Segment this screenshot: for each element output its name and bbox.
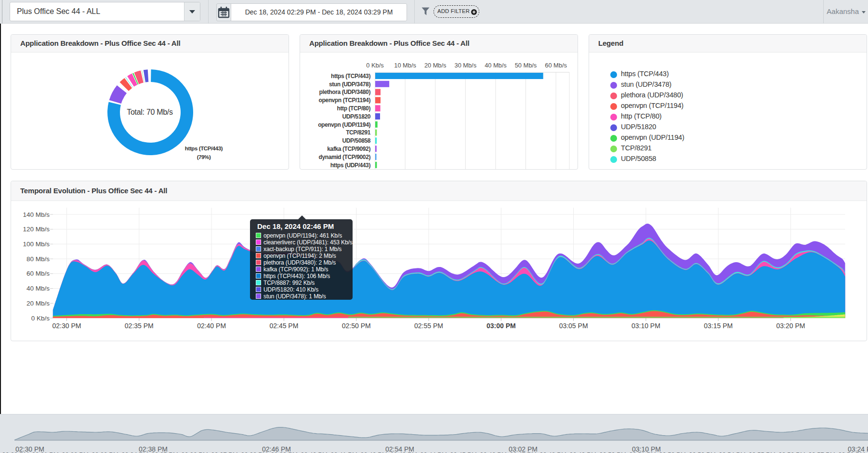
svg-text:kafka (TCP/9092): kafka (TCP/9092) bbox=[327, 146, 370, 152]
svg-text:02:55 PM: 02:55 PM bbox=[414, 322, 443, 330]
svg-text:10 Mb/s: 10 Mb/s bbox=[394, 62, 416, 69]
svg-text:plethora (UDP/3480): plethora (UDP/3480) bbox=[319, 89, 371, 95]
svg-text:https (TCP/443): https (TCP/443) bbox=[185, 146, 223, 151]
svg-text:openvpn (UDP/1194): openvpn (UDP/1194) bbox=[318, 121, 370, 128]
svg-text:100 Mb/s: 100 Mb/s bbox=[23, 240, 50, 248]
svg-text:0 Kb/s: 0 Kb/s bbox=[366, 62, 383, 69]
svg-text:02:50 PM: 02:50 PM bbox=[342, 322, 371, 330]
svg-text:03:10 PM: 03:10 PM bbox=[631, 322, 660, 330]
svg-text:40 Mb/s: 40 Mb/s bbox=[485, 62, 507, 69]
svg-text:03:00 PM: 03:00 PM bbox=[487, 322, 516, 330]
svg-text:03:15 PM: 03:15 PM bbox=[704, 322, 733, 330]
svg-text:UDP/51820: UDP/51820 bbox=[342, 113, 371, 120]
svg-text:02:30 PM: 02:30 PM bbox=[53, 322, 81, 330]
svg-text:0 Kb/s: 0 Kb/s bbox=[31, 315, 50, 322]
svg-text:03:05 PM: 03:05 PM bbox=[559, 322, 588, 330]
svg-text:https (UDP/443): https (UDP/443) bbox=[330, 162, 371, 169]
svg-text:Total: 70 Mb/s: Total: 70 Mb/s bbox=[127, 108, 173, 116]
svg-text:80 Mb/s: 80 Mb/s bbox=[26, 255, 50, 263]
svg-text:TCP/8291: TCP/8291 bbox=[346, 129, 371, 136]
svg-text:03:20 PM: 03:20 PM bbox=[776, 322, 805, 330]
svg-text:02:40 PM: 02:40 PM bbox=[197, 322, 226, 330]
svg-text:dynamid (TCP/9002): dynamid (TCP/9002) bbox=[319, 154, 371, 160]
svg-text:30 Mb/s: 30 Mb/s bbox=[455, 62, 477, 69]
svg-text:http (TCP/80): http (TCP/80) bbox=[337, 105, 371, 112]
svg-text:stun (UDP/3478): stun (UDP/3478) bbox=[329, 81, 370, 88]
svg-text:20 Mb/s: 20 Mb/s bbox=[26, 300, 50, 307]
svg-text:60 Mb/s: 60 Mb/s bbox=[545, 62, 567, 69]
svg-text:120 Mb/s: 120 Mb/s bbox=[23, 226, 50, 233]
svg-text:50 Mb/s: 50 Mb/s bbox=[515, 62, 537, 69]
svg-text:(79%): (79%) bbox=[197, 154, 211, 160]
svg-text:40 Mb/s: 40 Mb/s bbox=[26, 285, 50, 292]
svg-text:https (TCP/443): https (TCP/443) bbox=[331, 73, 370, 80]
svg-text:20 Mb/s: 20 Mb/s bbox=[424, 62, 447, 69]
svg-text:02:45 PM: 02:45 PM bbox=[269, 322, 298, 330]
svg-text:UDP/50858: UDP/50858 bbox=[342, 137, 371, 144]
svg-text:60 Mb/s: 60 Mb/s bbox=[26, 270, 50, 277]
svg-text:140 Mb/s: 140 Mb/s bbox=[23, 211, 50, 218]
svg-text:02:35 PM: 02:35 PM bbox=[125, 322, 154, 330]
svg-text:openvpn (TCP/1194): openvpn (TCP/1194) bbox=[319, 97, 371, 104]
